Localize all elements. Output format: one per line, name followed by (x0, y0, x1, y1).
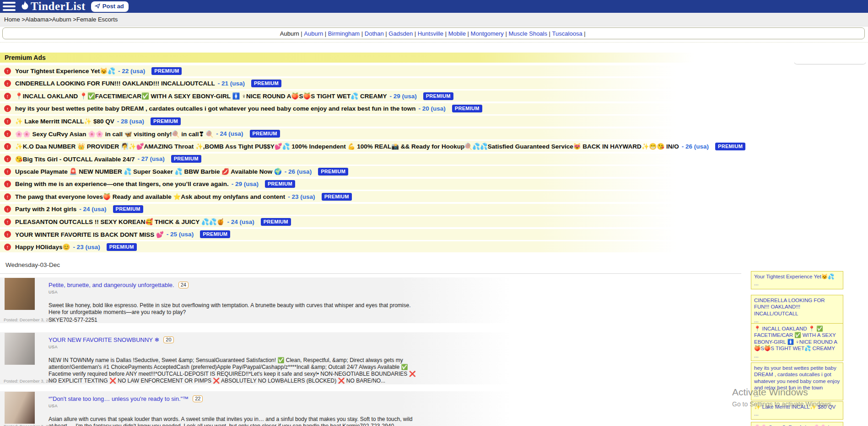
premium-ad-title[interactable]: Happy HOlidays😊 (15, 243, 70, 250)
premium-ad-age-region: - 25 (usa) (167, 231, 194, 238)
premium-ad-title[interactable]: ✨ Lake Merritt INCALL✨ $80 QV (15, 117, 114, 125)
premium-ad-age-region: - 24 (usa) (79, 206, 106, 213)
bump-up-icon[interactable]: ↑ (4, 193, 11, 200)
premium-ad-title[interactable]: 📍INCALL OAKLAND 📍✅FACETIME/CAR✅ WITH A S… (15, 92, 387, 100)
city-link[interactable]: Tuscaloosa (552, 30, 582, 37)
bump-up-icon[interactable]: ↑ (4, 206, 11, 213)
paper-plane-icon (95, 3, 101, 10)
premium-section: Premium Ads ↑ Your Tightest Experience Y… (0, 53, 868, 254)
city-separator: | (299, 30, 304, 37)
premium-ad-row: ↑ 😘Big Tits Girl - OUTCALL Available 24/… (0, 154, 868, 165)
premium-ad-title[interactable]: Your Tightest Experience Yet😼💦 (15, 67, 115, 75)
bump-up-icon[interactable]: ↑ (4, 168, 11, 175)
bump-up-icon[interactable]: ↑ (4, 68, 11, 75)
sidebar-ad-more[interactable]: ... (754, 392, 840, 398)
bump-up-icon[interactable]: ↑ (4, 231, 11, 238)
premium-ad-age-region: - 24 (usa) (227, 218, 254, 225)
city-link[interactable]: Dothan (365, 30, 384, 37)
age-badge: 24 (178, 282, 189, 288)
bump-up-icon[interactable]: ↑ (4, 143, 11, 150)
city-link[interactable]: Birmingham (328, 30, 360, 37)
city-link[interactable]: Huntsville (418, 30, 443, 37)
listing-country: USA (49, 404, 417, 408)
age-badge: 20 (163, 336, 173, 343)
premium-badge: PREMIUM (251, 80, 281, 87)
listing-thumbnail[interactable] (5, 278, 35, 310)
listing-thumbnail[interactable] (5, 392, 35, 424)
sidebar-ad-box[interactable]: CINDERELLA LOOKING FOR FUN!!! OAKLAND!!!… (751, 295, 843, 326)
bump-up-icon[interactable]: ↑ (4, 105, 11, 112)
premium-ad-age-region: - 24 (usa) (216, 130, 243, 137)
flame-icon (20, 0, 31, 13)
city-link[interactable]: Montgomery (471, 30, 504, 37)
premium-ad-row: ↑ Your Tightest Experience Yet😼💦 - 22 (u… (0, 65, 868, 76)
premium-ad-title[interactable]: hey its your best wettes petite baby DRE… (15, 105, 415, 112)
premium-ad-age-region: - 27 (usa) (137, 155, 164, 162)
sidebar-ad-title: CINDERELLA LOOKING FOR FUN!!! OAKLAND!!!… (754, 297, 840, 317)
bump-up-icon[interactable]: ↑ (4, 244, 11, 250)
sidebar-ad-box[interactable]: 🌸🌸 Sexy CuRvy Asian 🌸🌸 in call 🦋 visitin… (751, 422, 843, 426)
post-ad-button[interactable]: Post ad (91, 1, 129, 12)
breadcrumb-link[interactable]: Auburn (52, 16, 71, 23)
premium-ad-title[interactable]: Being with me is an experience—one that … (15, 181, 229, 187)
bump-up-icon[interactable]: ↑ (4, 181, 11, 187)
city-separator: | (466, 30, 471, 37)
premium-ad-title[interactable]: The pawg that everyone loves🍑 Ready and … (15, 193, 285, 200)
city-link[interactable]: Auburn (280, 30, 299, 37)
city-link[interactable]: Muscle Shoals (508, 30, 547, 37)
breadcrumb-separator: > (71, 16, 76, 23)
breadcrumb-link[interactable]: Female Escorts (76, 16, 118, 23)
city-link[interactable]: Mobile (448, 30, 466, 37)
bump-up-icon[interactable]: ↑ (4, 155, 11, 162)
city-separator: | (582, 30, 588, 37)
listing-description: NEW IN TOWNMy name is Dallas !Seductive,… (49, 357, 417, 384)
bump-up-icon[interactable]: ↑ (4, 80, 11, 87)
premium-badge: PREMIUM (151, 67, 182, 75)
sidebar-ad-title: Your Tightest Experience Yet😼💦 (754, 273, 840, 280)
premium-ad-title[interactable]: Upscale Playmate 🚨 NEW NUMBER 💦 Super So… (15, 168, 282, 175)
listing-description: Asian allure with curves that speak loud… (49, 416, 417, 426)
date-header: Wednesday-03-Dec (0, 260, 741, 274)
city-separator: | (384, 30, 389, 37)
sidebar-ad-more[interactable]: ... (754, 280, 840, 287)
premium-ad-age-region: - 23 (usa) (73, 244, 100, 250)
city-link[interactable]: Gadsden (388, 30, 413, 37)
listing-row: Petite, brunette, and dangerously unforg… (0, 277, 741, 323)
city-separator: | (413, 30, 418, 37)
premium-ad-title[interactable]: 😘Big Tits Girl - OUTCALL Available 24/7 (15, 155, 135, 163)
bump-up-icon[interactable]: ↑ (4, 93, 11, 100)
premium-ad-row: ↑ Happy HOlidays😊 - 23 (usa) PREMIUM (0, 241, 868, 252)
premium-ad-age-region: - 22 (usa) (118, 68, 145, 75)
premium-ad-title[interactable]: Party with 2 Hot girls (15, 206, 76, 213)
city-link[interactable]: Auburn (304, 30, 323, 37)
section-divider (0, 42, 868, 43)
premium-ad-title[interactable]: CINDERELLA LOOKING FOR FUN!!! OAKLAND!!!… (15, 80, 215, 87)
brand-logo[interactable]: TinderList (20, 0, 86, 13)
sidebar-ad-title: ✨ Lake Merritt INCALL✨ $80 QV (754, 404, 840, 410)
sidebar-ad-more[interactable]: ... (754, 352, 840, 359)
premium-ad-title[interactable]: 🌸🌸 Sexy CuRvy Asian 🌸🌸 in call 🦋 visitin… (15, 130, 213, 138)
sidebar-ad-more[interactable]: ... (754, 410, 840, 417)
bump-up-icon[interactable]: ↑ (4, 118, 11, 125)
menu-icon[interactable] (3, 2, 16, 11)
sidebar-ad-box[interactable]: ✨ Lake Merritt INCALL✨ $80 QV ... (751, 401, 843, 420)
breadcrumb: Home >Alabama>Auburn >Female Escorts (0, 13, 868, 27)
sidebar-ad-box[interactable]: 📍 INCALL OAKLAND 📍 ✅ FACETIME/CAR ✅ WITH… (751, 323, 843, 361)
listing-title-link[interactable]: “"Don't stare too long… unless you're re… (49, 395, 189, 402)
premium-ad-title[interactable]: YOUR WINTER FAVORITE IS BACK DONT MISS 💕 (15, 231, 164, 238)
breadcrumb-link[interactable]: Alabama (25, 16, 49, 23)
sidebar-ad-box[interactable]: Your Tightest Experience Yet😼💦 ... (751, 271, 843, 289)
bump-up-icon[interactable]: ↑ (4, 218, 11, 225)
sidebar-ad-title: 📍 INCALL OAKLAND 📍 ✅ FACETIME/CAR ✅ WITH… (754, 325, 840, 352)
listing-thumbnail[interactable] (5, 333, 35, 365)
premium-ad-title[interactable]: ✨K.O Daa NUMBER 👑 PROVIDER 🧖✨💕AMAZING Th… (15, 143, 679, 150)
city-nav: Auburn | Auburn | Birmingham | Dothan | … (2, 27, 865, 39)
sidebar-ad-box[interactable]: hey its your best wettes petite baby DRE… (751, 362, 843, 400)
premium-ad-row: ↑ Party with 2 Hot girls - 24 (usa) PREM… (0, 204, 868, 215)
bump-up-icon[interactable]: ↑ (4, 130, 11, 137)
listing-title-link[interactable]: YOUR NEW FAVORITE SNOWBUNNY ❄ (49, 336, 159, 343)
city-separator: | (323, 30, 328, 37)
listing-title-link[interactable]: Petite, brunette, and dangerously unforg… (49, 282, 174, 288)
breadcrumb-link[interactable]: Home (4, 16, 20, 23)
premium-ad-title[interactable]: PLEASANTON OUTCALLS !! SEXY KOREAN🥰 THIC… (15, 218, 224, 225)
